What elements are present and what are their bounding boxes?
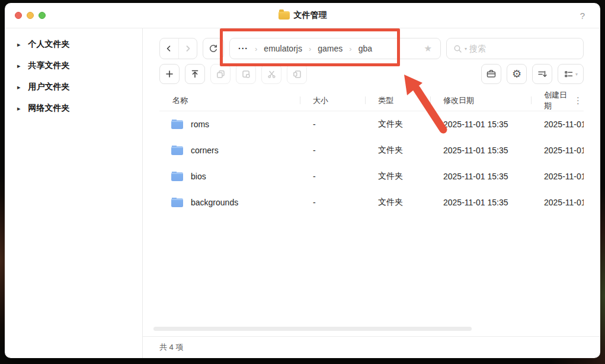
sidebar-item-label: 网络文件夹	[28, 103, 70, 114]
file-created: 2025-11-01	[531, 146, 584, 155]
column-header-created[interactable]: 创建日期 ⋮	[531, 90, 584, 111]
paste-icon	[241, 69, 251, 79]
file-type: 文件夹	[365, 197, 430, 208]
title-bar: 文件管理 ?	[5, 3, 600, 28]
upload-button[interactable]	[185, 64, 205, 84]
chevron-right-icon: ›	[255, 44, 257, 53]
scissors-icon	[267, 69, 277, 79]
folder-icon	[171, 120, 183, 129]
breadcrumb[interactable]: ··· › emulatorjs › games › gba ★	[229, 38, 441, 59]
column-header-modified[interactable]: 修改日期	[430, 90, 531, 111]
sidebar-item-users[interactable]: ▸ 用户文件夹	[5, 76, 142, 98]
favorite-star-icon[interactable]: ★	[424, 43, 432, 54]
file-created: 2025-11-01	[531, 120, 584, 129]
back-button[interactable]	[160, 38, 179, 59]
traffic-lights	[15, 12, 46, 19]
file-modified: 2025-11-01 15:35	[430, 198, 531, 207]
file-manager-window: 文件管理 ? ▸ 个人文件夹 ▸ 共享文件夹 ▸ 用户文件夹 ▸ 网络文件夹	[5, 3, 600, 358]
toolbox-button[interactable]	[481, 64, 501, 84]
table-header: 名称 大小 类型 修改日期 创建日期 ⋮	[159, 90, 584, 111]
disclosure-triangle-icon[interactable]: ▸	[17, 41, 21, 49]
clipboard-icon	[292, 69, 302, 79]
chevron-down-icon[interactable]: ▾	[465, 46, 467, 51]
file-name: roms	[191, 120, 209, 129]
view-tools-group: ⚙	[481, 64, 584, 85]
chevron-down-icon: ▾	[575, 72, 578, 77]
history-nav-group	[159, 38, 197, 59]
folder-icon	[171, 146, 183, 155]
sidebar-item-label: 个人文件夹	[28, 39, 70, 50]
breadcrumb-item-gba[interactable]: gba	[358, 44, 372, 53]
table-row[interactable]: roms - 文件夹 2025-11-01 15:35 2025-11-01	[159, 111, 584, 137]
minimize-button[interactable]	[27, 12, 34, 19]
disclosure-triangle-icon[interactable]: ▸	[17, 83, 21, 91]
paste-button[interactable]	[236, 64, 256, 84]
table-row[interactable]: corners - 文件夹 2025-11-01 15:35 2025-11-0…	[159, 137, 584, 163]
breadcrumb-item-emulatorjs[interactable]: emulatorjs	[264, 44, 302, 53]
folder-icon	[171, 172, 183, 181]
column-header-type[interactable]: 类型	[365, 90, 430, 111]
maximize-button[interactable]	[39, 12, 46, 19]
search-box: ▾	[446, 38, 584, 59]
plus-icon	[164, 69, 175, 79]
file-name: corners	[191, 146, 219, 155]
status-bar: 共 4 项	[143, 336, 600, 358]
table-row[interactable]: backgrounds - 文件夹 2025-11-01 15:35 2025-…	[159, 189, 584, 215]
breadcrumb-ellipsis[interactable]: ···	[238, 44, 248, 53]
breadcrumb-item-games[interactable]: games	[318, 44, 342, 53]
file-size: -	[300, 120, 365, 129]
column-header-size[interactable]: 大小	[300, 90, 365, 111]
file-created: 2025-11-01	[531, 172, 584, 181]
file-created: 2025-11-01	[531, 198, 584, 207]
add-button[interactable]	[159, 64, 180, 84]
sidebar-item-label: 用户文件夹	[28, 82, 70, 92]
sort-icon	[537, 69, 548, 79]
chevron-right-icon: ›	[309, 44, 311, 53]
sidebar-item-label: 共享文件夹	[28, 60, 70, 71]
help-icon[interactable]: ?	[580, 11, 585, 21]
sidebar-item-shared[interactable]: ▸ 共享文件夹	[5, 55, 142, 76]
disclosure-triangle-icon[interactable]: ▸	[17, 105, 21, 112]
settings-button[interactable]: ⚙	[507, 64, 527, 84]
cut-button[interactable]	[261, 64, 281, 84]
chevron-right-icon: ›	[349, 44, 351, 53]
close-button[interactable]	[15, 12, 22, 19]
sidebar-item-network[interactable]: ▸ 网络文件夹	[5, 98, 142, 119]
upload-icon	[190, 69, 200, 79]
list-view-icon	[564, 69, 574, 79]
folder-icon	[171, 198, 183, 207]
file-modified: 2025-11-01 15:35	[430, 146, 531, 155]
briefcase-icon	[486, 69, 497, 79]
content-pane: ··· › emulatorjs › games › gba ★ ▾	[143, 28, 600, 358]
sidebar: ▸ 个人文件夹 ▸ 共享文件夹 ▸ 用户文件夹 ▸ 网络文件夹	[5, 28, 143, 358]
column-header-name[interactable]: 名称	[159, 90, 300, 111]
file-size: -	[300, 198, 365, 207]
file-modified: 2025-11-01 15:35	[430, 172, 531, 181]
file-type: 文件夹	[365, 145, 430, 156]
search-input[interactable]	[469, 44, 577, 53]
table-row[interactable]: bios - 文件夹 2025-11-01 15:35 2025-11-01	[159, 163, 584, 189]
forward-button[interactable]	[179, 38, 197, 59]
file-name: bios	[191, 172, 206, 181]
item-count: 共 4 项	[159, 342, 183, 353]
file-name: backgrounds	[191, 198, 238, 207]
gear-icon: ⚙	[512, 69, 521, 79]
copy-button[interactable]	[210, 64, 231, 84]
file-type: 文件夹	[365, 171, 430, 182]
file-size: -	[300, 146, 365, 155]
file-type: 文件夹	[365, 119, 430, 130]
horizontal-scrollbar[interactable]	[153, 327, 472, 331]
refresh-button[interactable]	[203, 38, 224, 59]
clipboard-button[interactable]	[287, 64, 307, 84]
copy-icon	[216, 69, 226, 79]
sidebar-item-personal[interactable]: ▸ 个人文件夹	[5, 34, 142, 55]
search-icon	[453, 44, 462, 53]
column-menu-icon[interactable]: ⋮	[574, 95, 584, 106]
file-modified: 2025-11-01 15:35	[430, 120, 531, 129]
file-size: -	[300, 172, 365, 181]
sort-button[interactable]	[532, 64, 552, 84]
window-title: 文件管理	[294, 10, 327, 21]
disclosure-triangle-icon[interactable]: ▸	[17, 62, 21, 70]
file-actions-group	[159, 64, 307, 85]
view-mode-button[interactable]: ▾	[558, 64, 584, 84]
